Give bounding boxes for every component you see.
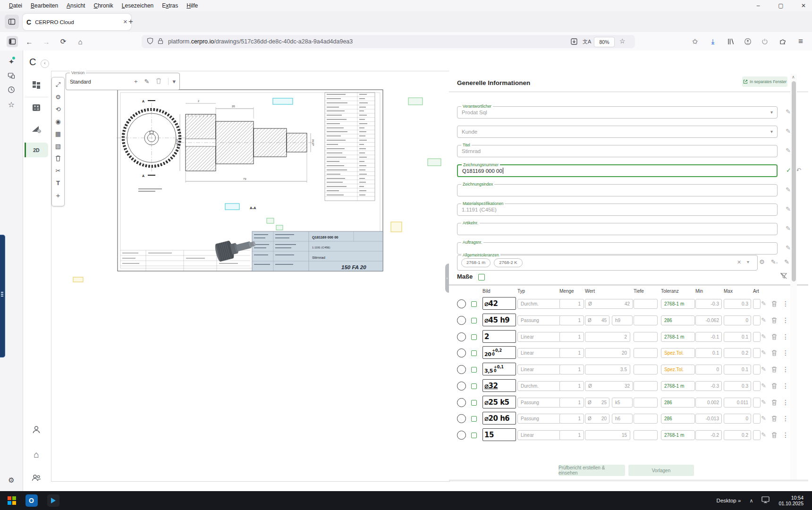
- app-menu-icon[interactable]: ≡: [795, 36, 806, 47]
- row-menu-kebab-icon[interactable]: ⋮: [782, 299, 789, 308]
- window-minimize-button[interactable]: –: [749, 0, 768, 11]
- wert-field[interactable]: 20: [585, 348, 630, 358]
- row-menu-kebab-icon[interactable]: ⋮: [782, 431, 789, 439]
- typ-field[interactable]: Linear: [517, 332, 561, 342]
- field-zeichnungsindex[interactable]: Zeichnungsindex✎: [457, 184, 778, 196]
- sidebar-settings-gear-icon[interactable]: ⚙: [7, 476, 16, 484]
- wert-field[interactable]: Ø42: [585, 299, 633, 309]
- art-field[interactable]: [753, 332, 761, 342]
- bookmarks-star-icon[interactable]: ☆: [7, 100, 16, 109]
- collapse-panel-icon[interactable]: ‹: [41, 60, 49, 68]
- menge-field[interactable]: 1: [559, 365, 584, 374]
- row-radio[interactable]: [457, 382, 466, 391]
- home-icon[interactable]: ⌂: [75, 36, 86, 47]
- dimension-image[interactable]: ⌀25 k5: [482, 396, 516, 408]
- edit-pencil-icon[interactable]: ✎: [761, 317, 766, 323]
- row-radio[interactable]: [457, 414, 466, 423]
- max-field[interactable]: 0: [724, 315, 751, 325]
- row-radio[interactable]: [457, 365, 466, 374]
- tolerance-chip[interactable]: 2768-1 m: [461, 258, 491, 267]
- delete-trash-icon[interactable]: [771, 399, 777, 408]
- translate-icon[interactable]: 文A: [583, 38, 591, 45]
- outlook-taskbar-icon[interactable]: O: [25, 494, 38, 507]
- row-radio[interactable]: [457, 299, 466, 308]
- typ-field[interactable]: Passung: [517, 398, 561, 408]
- save-page-icon[interactable]: [570, 38, 578, 47]
- window-maximize-button[interactable]: ▢: [771, 0, 790, 11]
- row-menu-kebab-icon[interactable]: ⋮: [782, 398, 789, 407]
- sidebar-item-2d[interactable]: 2D: [25, 143, 48, 157]
- min-field[interactable]: 0: [695, 365, 722, 374]
- max-field[interactable]: 0: [724, 414, 751, 424]
- typ-field[interactable]: Passung: [517, 315, 561, 325]
- settings-gear-icon[interactable]: ⚙: [52, 91, 64, 103]
- passung-code-field[interactable]: k5: [612, 398, 633, 408]
- edit-pencil-icon[interactable]: ✎: [761, 432, 766, 438]
- art-field[interactable]: [753, 348, 761, 358]
- menu-hilfe[interactable]: Hilfe: [182, 1, 202, 10]
- chevron-down-icon[interactable]: ▾: [770, 107, 773, 118]
- wert-field[interactable]: Ø20: [585, 414, 609, 424]
- sidebars-icon[interactable]: [7, 36, 18, 47]
- tolerance-auto-edit-icon[interactable]: ✎˖: [771, 258, 778, 265]
- wert-field[interactable]: 2: [585, 332, 630, 342]
- chevron-down-icon[interactable]: ▾: [747, 259, 749, 264]
- art-field[interactable]: [753, 315, 761, 325]
- dimension-image[interactable]: ⌀42: [482, 297, 516, 310]
- tiefe-field[interactable]: [634, 348, 658, 358]
- dimension-image[interactable]: 15: [482, 428, 516, 441]
- art-field[interactable]: [753, 381, 761, 391]
- window-close-button[interactable]: ✕: [794, 0, 812, 11]
- docked-window-strip[interactable]: [0, 235, 5, 357]
- typ-field[interactable]: Durchm.: [517, 381, 561, 391]
- desktop-toolbar[interactable]: Desktop »: [717, 498, 741, 503]
- menge-field[interactable]: 1: [559, 348, 584, 358]
- max-field[interactable]: 0.2: [724, 430, 751, 440]
- wert-field[interactable]: 15: [585, 430, 630, 440]
- row-checkbox[interactable]: [471, 334, 477, 340]
- edit-version-icon[interactable]: ✎: [144, 78, 150, 85]
- users-group-icon[interactable]: [31, 473, 42, 483]
- row-checkbox[interactable]: [471, 400, 477, 406]
- art-field[interactable]: [753, 414, 761, 424]
- menu-extras[interactable]: Extras: [158, 1, 182, 10]
- edit-pencil-icon[interactable]: ✎: [761, 300, 766, 306]
- add-version-icon[interactable]: +: [134, 78, 138, 85]
- menge-field[interactable]: 1: [559, 414, 584, 424]
- tolerance-edit-icon[interactable]: ✎: [784, 258, 789, 265]
- menge-field[interactable]: 1: [559, 398, 584, 408]
- row-radio[interactable]: [457, 316, 466, 325]
- create-report-button[interactable]: Prüfbericht erstellen & einsehen: [558, 465, 625, 476]
- taskbar-clock[interactable]: 10:5401.10.2025: [778, 495, 804, 507]
- art-field[interactable]: [753, 299, 761, 309]
- field-kunde[interactable]: Kunde▾✎: [457, 126, 778, 138]
- row-menu-kebab-icon[interactable]: ⋮: [782, 332, 789, 341]
- min-field[interactable]: -0.2: [695, 430, 722, 440]
- tiefe-field[interactable]: [634, 315, 658, 325]
- menu-datei[interactable]: Datei: [5, 1, 26, 10]
- max-field[interactable]: 0.2: [724, 348, 751, 358]
- edit-pencil-icon[interactable]: ✎: [761, 366, 766, 372]
- menge-field[interactable]: 1: [559, 315, 584, 325]
- dimension-image[interactable]: 3,5+0,10: [482, 363, 516, 375]
- delete-trash-icon[interactable]: [771, 349, 777, 358]
- rotate-icon[interactable]: ⟲: [52, 103, 64, 115]
- fit-view-icon[interactable]: ⤢: [52, 78, 64, 91]
- min-field[interactable]: -0.013: [695, 414, 722, 424]
- wert-field[interactable]: Ø32: [585, 381, 633, 391]
- min-field[interactable]: -0.3: [695, 381, 722, 391]
- toleranz-field[interactable]: 2768-1 m: [661, 332, 695, 342]
- row-menu-kebab-icon[interactable]: ⋮: [782, 316, 789, 324]
- power-icon[interactable]: [759, 36, 770, 47]
- row-menu-kebab-icon[interactable]: ⋮: [782, 348, 789, 357]
- menu-bearbeiten[interactable]: Bearbeiten: [26, 1, 62, 10]
- typ-field[interactable]: Passung: [517, 414, 561, 424]
- tiefe-field[interactable]: [634, 299, 658, 309]
- menu-chronik[interactable]: Chronik: [89, 1, 117, 10]
- version-dropdown-icon[interactable]: ▾: [168, 78, 176, 85]
- min-field[interactable]: -0.3: [695, 299, 722, 309]
- field-zeichnungsnummer[interactable]: ZeichnungsnummerQ181169 000 00✓↶: [457, 164, 778, 177]
- home-nav-icon[interactable]: ⌂: [31, 450, 42, 459]
- hidden-icons-chevron[interactable]: ∧: [749, 498, 753, 504]
- tab-close-icon[interactable]: ✕: [123, 19, 127, 25]
